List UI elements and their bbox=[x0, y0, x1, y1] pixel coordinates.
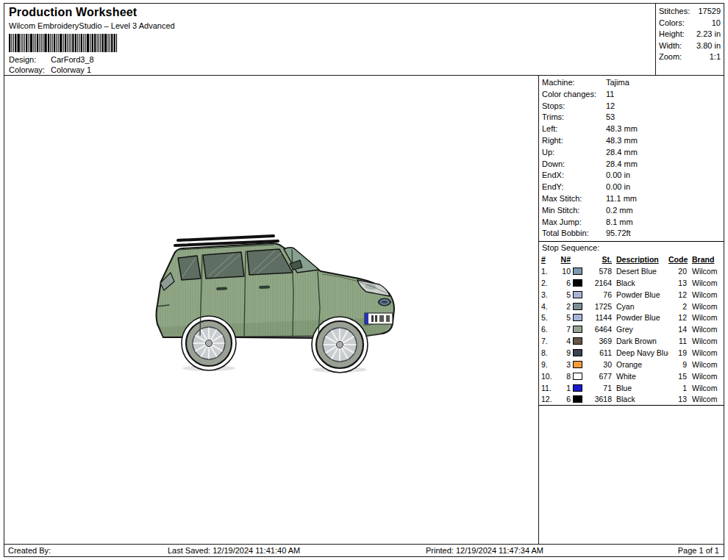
stop-sequence-row: 5.51144Powder Blue12Wilcom bbox=[539, 312, 724, 324]
thread-brand: Wilcom bbox=[689, 279, 721, 287]
machine-info-row: Max Jump:8.1 mm bbox=[539, 217, 724, 229]
stitch-count: 30 bbox=[589, 360, 614, 369]
info-value: 11 bbox=[606, 89, 614, 101]
color-code: 12 bbox=[668, 290, 689, 299]
needle-number: 6 bbox=[555, 279, 573, 287]
col-brand: Brand bbox=[689, 255, 721, 264]
thread-brand: Wilcom bbox=[689, 360, 721, 369]
color-description: White bbox=[614, 372, 668, 381]
stop-sequence-row: 3.576Powder Blue12Wilcom bbox=[539, 289, 724, 301]
machine-info-row: Machine:Tajima bbox=[539, 77, 724, 89]
created-by-label: Created By: bbox=[4, 546, 168, 555]
colorway-value: Colorway 1 bbox=[51, 65, 91, 74]
color-description: Orange bbox=[614, 360, 668, 369]
row-number: 2. bbox=[541, 279, 555, 287]
needle-number: 4 bbox=[555, 337, 573, 345]
machine-info-row: Total Bobbin:95.72ft bbox=[539, 228, 724, 240]
row-number: 6. bbox=[541, 325, 555, 334]
stop-sequence-row: 1.10578Desert Blue20Wilcom bbox=[539, 265, 724, 277]
stop-sequence-row: 7.4369Dark Brown11Wilcom bbox=[539, 335, 724, 347]
info-label: Max Stitch: bbox=[542, 193, 606, 205]
footer-bar: Created By: Last Saved: 12/19/2024 11:41… bbox=[4, 544, 724, 556]
stat-value: 1:1 bbox=[710, 51, 721, 63]
col-number: # bbox=[541, 255, 555, 264]
stop-sequence-title: Stop Sequence: bbox=[539, 242, 724, 254]
stitch-count: 6464 bbox=[589, 325, 614, 334]
col-code: Code bbox=[668, 255, 689, 264]
info-label: Up: bbox=[542, 147, 606, 159]
needle-number: 10 bbox=[555, 267, 573, 276]
thread-brand: Wilcom bbox=[689, 348, 721, 357]
thread-brand: Wilcom bbox=[689, 337, 721, 345]
color-description: Powder Blue bbox=[614, 313, 668, 322]
machine-info-row: Min Stitch:0.2 mm bbox=[539, 205, 724, 217]
page-number: Page 1 of 1 bbox=[678, 546, 724, 555]
machine-info-row: Down:28.4 mm bbox=[539, 159, 724, 170]
thread-brand: Wilcom bbox=[689, 372, 721, 381]
info-value: 28.4 mm bbox=[606, 159, 638, 170]
info-value: 28.4 mm bbox=[606, 147, 638, 159]
printed-text: Printed: 12/19/2024 11:47:34 AM bbox=[426, 546, 678, 555]
info-value: Tajima bbox=[606, 77, 629, 89]
thread-brand: Wilcom bbox=[689, 313, 721, 322]
production-worksheet-page: Production Worksheet Wilcom EmbroiderySt… bbox=[4, 3, 724, 557]
machine-info-row: Color changes:11 bbox=[539, 89, 724, 101]
color-description: Black bbox=[614, 279, 668, 287]
stat-label: Colors: bbox=[659, 18, 685, 29]
info-value: 48.3 mm bbox=[606, 135, 638, 147]
row-number: 8. bbox=[541, 348, 555, 357]
needle-number: 5 bbox=[555, 290, 573, 299]
info-label: Stops: bbox=[542, 101, 606, 112]
machine-info-row: EndY:0.00 in bbox=[539, 182, 724, 193]
stop-sequence-row: 2.62164Black13Wilcom bbox=[539, 277, 724, 289]
needle-number: 7 bbox=[555, 325, 573, 334]
design-row: Design: CarFord3_8 bbox=[9, 55, 649, 64]
machine-info-row: Stops:12 bbox=[539, 101, 724, 112]
machine-info-row: Trims:53 bbox=[539, 112, 724, 123]
info-label: Left: bbox=[542, 123, 606, 135]
col-description: Description bbox=[614, 255, 668, 264]
stop-sequence-rows: 1.10578Desert Blue20Wilcom2.62164Black13… bbox=[539, 265, 724, 406]
info-value: 48.3 mm bbox=[606, 123, 638, 135]
design-stats-box: Stitches:17529Colors:10Height:2.23 inWid… bbox=[656, 4, 724, 75]
stitch-count: 1144 bbox=[589, 313, 614, 322]
colorway-label: Colorway: bbox=[9, 65, 51, 74]
row-number: 9. bbox=[541, 360, 555, 369]
color-code: 2 bbox=[668, 302, 689, 311]
info-label: Max Jump: bbox=[542, 217, 606, 229]
row-number: 11. bbox=[541, 384, 555, 392]
stop-sequence-row: 9.330Orange9Wilcom bbox=[539, 359, 724, 370]
thread-color-swatch bbox=[573, 314, 589, 321]
thread-brand: Wilcom bbox=[689, 325, 721, 334]
row-number: 7. bbox=[541, 337, 555, 345]
color-code: 15 bbox=[668, 372, 689, 381]
color-description: Cyan bbox=[614, 302, 668, 311]
stop-sequence-section: Stop Sequence: # N# St. Description Code… bbox=[539, 241, 724, 406]
info-value: 8.1 mm bbox=[606, 217, 633, 229]
stitch-count: 578 bbox=[589, 267, 614, 276]
needle-number: 1 bbox=[555, 384, 573, 392]
page-title: Production Worksheet bbox=[9, 6, 649, 19]
machine-info-row: EndX:0.00 in bbox=[539, 170, 724, 182]
color-code: 12 bbox=[668, 313, 689, 322]
info-value: 11.1 mm bbox=[606, 193, 637, 205]
stop-sequence-header: # N# St. Description Code Brand bbox=[539, 254, 724, 265]
needle-number: 9 bbox=[555, 348, 573, 357]
machine-info-row: Max Stitch:11.1 mm bbox=[539, 193, 724, 205]
stat-value: 10 bbox=[712, 18, 721, 29]
info-value: 0.2 mm bbox=[606, 205, 633, 217]
stat-row: Zoom:1:1 bbox=[659, 51, 721, 63]
info-label: Color changes: bbox=[542, 89, 606, 101]
thread-color-swatch bbox=[573, 326, 589, 333]
color-code: 13 bbox=[668, 395, 689, 403]
thread-color-swatch bbox=[573, 395, 589, 403]
color-description: Dark Brown bbox=[614, 337, 668, 345]
color-code: 14 bbox=[668, 325, 689, 334]
stitch-count: 3618 bbox=[589, 395, 614, 403]
stat-label: Width: bbox=[659, 40, 682, 52]
row-number: 4. bbox=[541, 302, 555, 311]
stop-sequence-row: 10.8677White15Wilcom bbox=[539, 370, 724, 382]
stop-sequence-row: 11.171Blue1Wilcom bbox=[539, 382, 724, 394]
color-code: 1 bbox=[668, 384, 689, 392]
info-label: Trims: bbox=[542, 112, 606, 123]
